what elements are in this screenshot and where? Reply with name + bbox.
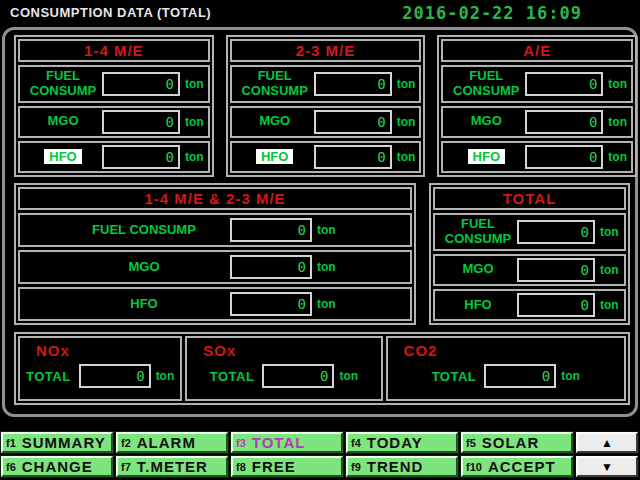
- unit-label: ton: [600, 263, 619, 277]
- page-down-button[interactable]: ▼: [576, 456, 638, 477]
- mgo-row: MGO 0 ton: [433, 254, 626, 286]
- value-box: 0: [102, 145, 180, 169]
- value: 0: [589, 149, 601, 165]
- main-screen: 1-4 M/E FUEL CONSUMP 0 ton MGO 0 ton HFO…: [0, 26, 640, 430]
- emission-total-row: TOTAL 0 ton: [26, 364, 174, 388]
- hfo-row: HFO 0 ton: [18, 287, 412, 321]
- value: 0: [542, 368, 554, 384]
- f10-accept-button[interactable]: f10 ACCEPT: [461, 456, 573, 477]
- unit-label: ton: [397, 77, 416, 91]
- function-key-row-2: f6 CHANGE f7 T.METER f8 FREE f9 TREND f1…: [1, 456, 639, 477]
- f2-key-label: f2: [121, 437, 131, 449]
- unit-label: ton: [600, 298, 619, 312]
- value: 0: [136, 368, 148, 384]
- value: 0: [298, 296, 310, 312]
- up-arrow-icon: ▲: [601, 436, 613, 450]
- total-label: TOTAL: [210, 369, 255, 384]
- f6-key-label: f6: [6, 461, 16, 473]
- row-label: HFO: [72, 297, 216, 312]
- value: 0: [166, 114, 178, 130]
- mgo-row: MGO 0 ton: [441, 106, 633, 138]
- hfo-highlight: HFO: [468, 149, 505, 164]
- value-box: 0: [79, 364, 151, 388]
- row-label: HFO: [439, 298, 517, 313]
- f2-button-label: ALARM: [137, 434, 196, 451]
- row-label: MGO: [24, 114, 102, 129]
- nox-cell: NOx TOTAL 0 ton: [18, 336, 182, 401]
- unit-label: ton: [317, 223, 336, 237]
- emission-title: CO2: [394, 342, 618, 359]
- value-box: 0: [525, 110, 603, 134]
- unit-label: ton: [317, 260, 336, 274]
- unit-label: ton: [185, 77, 204, 91]
- unit-label: ton: [608, 150, 627, 164]
- total-label: TOTAL: [26, 369, 71, 384]
- value-box: 0: [314, 145, 392, 169]
- unit-label: ton: [600, 225, 619, 239]
- panel-title: 1-4 M/E: [18, 39, 210, 62]
- value: 0: [166, 76, 178, 92]
- unit-label: ton: [185, 115, 204, 129]
- sox-cell: SOx TOTAL 0 ton: [185, 336, 382, 401]
- unit-label: ton: [156, 369, 175, 383]
- mgo-row: MGO 0 ton: [230, 106, 422, 138]
- f4-button-label: TODAY: [367, 434, 423, 451]
- middle-panel-row: 1-4 M/E & 2-3 M/E FUEL CONSUMP 0 ton MGO…: [14, 183, 630, 325]
- mgo-row: MGO 0 ton: [18, 106, 210, 138]
- row-label: FUEL CONSUMP: [72, 223, 216, 238]
- f1-key-label: f1: [6, 437, 16, 449]
- value: 0: [320, 368, 332, 384]
- value-box: 0: [230, 218, 312, 242]
- emission-title: NOx: [26, 342, 174, 359]
- f6-button-label: CHANGE: [22, 458, 93, 475]
- hfo-highlight: HFO: [44, 149, 81, 164]
- emission-total-row: TOTAL 0 ton: [193, 364, 374, 388]
- row-label: HFO: [236, 150, 314, 165]
- panel-2-3-me: 2-3 M/E FUEL CONSUMP 0 ton MGO 0 ton HFO…: [226, 35, 426, 177]
- value-box: 0: [517, 293, 595, 317]
- f8-button-label: FREE: [252, 458, 296, 475]
- f8-free-button[interactable]: f8 FREE: [231, 456, 343, 477]
- row-label: FUEL CONSUMP: [447, 69, 525, 99]
- f3-total-button-active[interactable]: f3 TOTAL: [231, 432, 343, 453]
- f4-today-button[interactable]: f4 TODAY: [346, 432, 458, 453]
- f1-summary-button[interactable]: f1 SUMMARY: [1, 432, 113, 453]
- value: 0: [166, 149, 178, 165]
- total-label: TOTAL: [432, 369, 477, 384]
- f6-change-button[interactable]: f6 CHANGE: [1, 456, 113, 477]
- f7-button-label: T.METER: [137, 458, 208, 475]
- panel-total: TOTAL FUEL CONSUMP 0 ton MGO 0 ton HFO 0…: [429, 183, 630, 325]
- value-box: 0: [314, 72, 392, 96]
- panel-title: 1-4 M/E & 2-3 M/E: [18, 187, 412, 210]
- function-key-bar: f1 SUMMARY f2 ALARM f3 TOTAL f4 TODAY f5…: [0, 430, 640, 480]
- value: 0: [377, 114, 389, 130]
- fuel-consump-row: FUEL CONSUMP 0 ton: [230, 65, 422, 103]
- value-box: 0: [484, 364, 556, 388]
- f3-key-label: f3: [236, 437, 246, 449]
- fuel-consump-row: FUEL CONSUMP 0 ton: [441, 65, 633, 103]
- row-label: MGO: [72, 260, 216, 275]
- emission-total-row: TOTAL 0 ton: [394, 364, 618, 388]
- panel-1-4-me: 1-4 M/E FUEL CONSUMP 0 ton MGO 0 ton HFO…: [14, 35, 214, 177]
- f8-key-label: f8: [236, 461, 246, 473]
- page-up-button[interactable]: ▲: [576, 432, 638, 453]
- down-arrow-icon: ▼: [601, 460, 613, 474]
- f10-key-label: f10: [466, 461, 482, 473]
- top-panel-row: 1-4 M/E FUEL CONSUMP 0 ton MGO 0 ton HFO…: [14, 35, 630, 177]
- f9-trend-button[interactable]: f9 TREND: [346, 456, 458, 477]
- hfo-highlight: HFO: [256, 149, 293, 164]
- value-box: 0: [517, 258, 595, 282]
- value: 0: [589, 76, 601, 92]
- title-bar: CONSUMPTION DATA (TOTAL) 2016-02-22 16:0…: [0, 0, 640, 26]
- value-box: 0: [262, 364, 334, 388]
- value: 0: [589, 114, 601, 130]
- value-box: 0: [525, 145, 603, 169]
- f5-solar-button[interactable]: f5 SOLAR: [461, 432, 573, 453]
- f2-alarm-button[interactable]: f2 ALARM: [116, 432, 228, 453]
- fuel-consump-row: FUEL CONSUMP 0 ton: [18, 65, 210, 103]
- f5-key-label: f5: [466, 437, 476, 449]
- value-box: 0: [525, 72, 603, 96]
- f1-button-label: SUMMARY: [22, 434, 106, 451]
- f7-tmeter-button[interactable]: f7 T.METER: [116, 456, 228, 477]
- fuel-consump-row: FUEL CONSUMP 0 ton: [433, 213, 626, 251]
